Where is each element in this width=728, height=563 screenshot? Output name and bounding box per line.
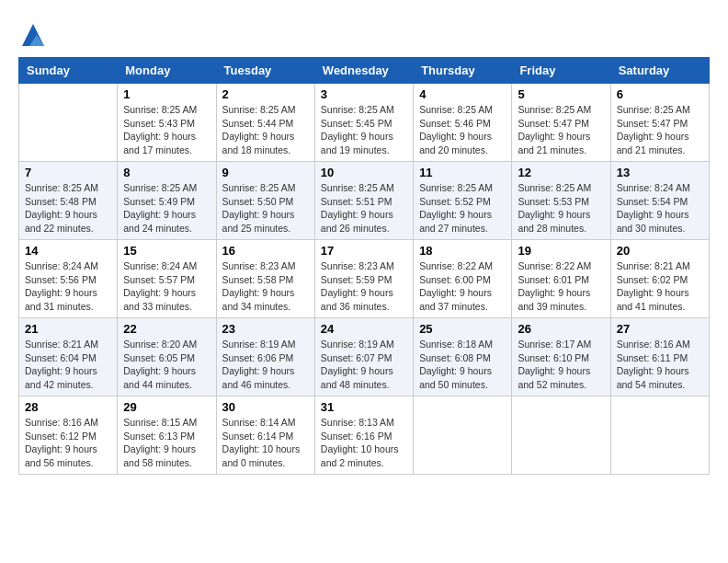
day-number: 28	[25, 400, 111, 414]
calendar-cell: 17Sunrise: 8:23 AM Sunset: 5:59 PM Dayli…	[314, 240, 413, 318]
day-number: 16	[222, 244, 309, 258]
calendar-cell	[19, 84, 118, 162]
calendar-week-row: 1Sunrise: 8:25 AM Sunset: 5:43 PM Daylig…	[19, 84, 710, 162]
calendar-cell: 18Sunrise: 8:22 AM Sunset: 6:00 PM Dayli…	[414, 240, 512, 318]
calendar-cell: 25Sunrise: 8:18 AM Sunset: 6:08 PM Dayli…	[414, 318, 512, 396]
calendar-cell: 13Sunrise: 8:24 AM Sunset: 5:54 PM Dayli…	[610, 162, 709, 240]
calendar-cell: 11Sunrise: 8:25 AM Sunset: 5:52 PM Dayli…	[414, 162, 512, 240]
calendar-cell	[512, 396, 610, 475]
day-number: 19	[518, 244, 604, 258]
day-info: Sunrise: 8:24 AM Sunset: 5:57 PM Dayligh…	[123, 259, 210, 314]
calendar-cell: 9Sunrise: 8:25 AM Sunset: 5:50 PM Daylig…	[216, 162, 314, 240]
calendar-week-row: 7Sunrise: 8:25 AM Sunset: 5:48 PM Daylig…	[19, 162, 710, 240]
day-number: 5	[518, 87, 604, 101]
day-number: 15	[123, 244, 210, 258]
calendar-cell: 5Sunrise: 8:25 AM Sunset: 5:47 PM Daylig…	[512, 84, 610, 162]
day-info: Sunrise: 8:23 AM Sunset: 5:58 PM Dayligh…	[222, 259, 309, 314]
day-info: Sunrise: 8:19 AM Sunset: 6:07 PM Dayligh…	[321, 338, 407, 392]
day-info: Sunrise: 8:25 AM Sunset: 5:45 PM Dayligh…	[321, 103, 407, 157]
day-info: Sunrise: 8:21 AM Sunset: 6:02 PM Dayligh…	[617, 259, 703, 314]
day-number: 7	[25, 166, 111, 179]
day-number: 11	[419, 166, 506, 179]
day-info: Sunrise: 8:25 AM Sunset: 5:53 PM Dayligh…	[518, 181, 604, 236]
calendar-cell: 2Sunrise: 8:25 AM Sunset: 5:44 PM Daylig…	[216, 84, 314, 162]
weekday-header-monday: Monday	[118, 58, 216, 84]
weekday-header-sunday: Sunday	[19, 58, 118, 84]
calendar-cell	[414, 396, 512, 475]
day-info: Sunrise: 8:15 AM Sunset: 6:13 PM Dayligh…	[123, 416, 210, 470]
day-number: 4	[419, 87, 506, 101]
calendar-cell: 22Sunrise: 8:20 AM Sunset: 6:05 PM Dayli…	[118, 318, 216, 396]
calendar-cell: 20Sunrise: 8:21 AM Sunset: 6:02 PM Dayli…	[610, 240, 709, 318]
day-info: Sunrise: 8:24 AM Sunset: 5:56 PM Dayligh…	[25, 259, 111, 314]
day-info: Sunrise: 8:25 AM Sunset: 5:44 PM Dayligh…	[222, 103, 309, 157]
day-info: Sunrise: 8:25 AM Sunset: 5:47 PM Dayligh…	[617, 103, 703, 157]
day-number: 18	[419, 244, 506, 258]
day-info: Sunrise: 8:25 AM Sunset: 5:51 PM Dayligh…	[321, 181, 407, 236]
calendar-cell: 21Sunrise: 8:21 AM Sunset: 6:04 PM Dayli…	[19, 318, 118, 396]
day-number: 10	[321, 166, 407, 179]
day-info: Sunrise: 8:16 AM Sunset: 6:11 PM Dayligh…	[617, 338, 703, 392]
day-info: Sunrise: 8:14 AM Sunset: 6:14 PM Dayligh…	[222, 416, 309, 470]
day-number: 2	[222, 87, 309, 101]
day-number: 23	[222, 322, 309, 336]
calendar-cell: 8Sunrise: 8:25 AM Sunset: 5:49 PM Daylig…	[118, 162, 216, 240]
calendar-cell: 4Sunrise: 8:25 AM Sunset: 5:46 PM Daylig…	[414, 84, 512, 162]
day-number: 30	[222, 400, 309, 414]
day-info: Sunrise: 8:18 AM Sunset: 6:08 PM Dayligh…	[419, 338, 506, 392]
day-number: 26	[518, 322, 604, 336]
calendar-cell: 29Sunrise: 8:15 AM Sunset: 6:13 PM Dayli…	[118, 396, 216, 475]
calendar-cell: 7Sunrise: 8:25 AM Sunset: 5:48 PM Daylig…	[19, 162, 118, 240]
day-info: Sunrise: 8:17 AM Sunset: 6:10 PM Dayligh…	[518, 338, 604, 392]
day-info: Sunrise: 8:13 AM Sunset: 6:16 PM Dayligh…	[321, 416, 407, 470]
day-number: 14	[25, 244, 111, 258]
calendar-cell: 14Sunrise: 8:24 AM Sunset: 5:56 PM Dayli…	[19, 240, 118, 318]
day-number: 12	[518, 166, 604, 179]
calendar-header-row: SundayMondayTuesdayWednesdayThursdayFrid…	[19, 58, 710, 84]
calendar-cell: 23Sunrise: 8:19 AM Sunset: 6:06 PM Dayli…	[216, 318, 314, 396]
day-info: Sunrise: 8:25 AM Sunset: 5:49 PM Dayligh…	[123, 181, 210, 236]
day-info: Sunrise: 8:25 AM Sunset: 5:52 PM Dayligh…	[419, 181, 506, 236]
calendar-cell: 12Sunrise: 8:25 AM Sunset: 5:53 PM Dayli…	[512, 162, 610, 240]
day-number: 29	[123, 400, 210, 414]
weekday-header-friday: Friday	[512, 58, 610, 84]
calendar-table: SundayMondayTuesdayWednesdayThursdayFrid…	[18, 57, 710, 475]
day-number: 25	[419, 322, 506, 336]
logo-icon	[20, 22, 46, 48]
day-number: 1	[123, 87, 210, 101]
calendar-week-row: 14Sunrise: 8:24 AM Sunset: 5:56 PM Dayli…	[19, 240, 710, 318]
calendar-cell	[610, 396, 709, 475]
calendar-cell: 27Sunrise: 8:16 AM Sunset: 6:11 PM Dayli…	[610, 318, 709, 396]
calendar-cell: 30Sunrise: 8:14 AM Sunset: 6:14 PM Dayli…	[216, 396, 314, 475]
calendar-cell: 1Sunrise: 8:25 AM Sunset: 5:43 PM Daylig…	[118, 84, 216, 162]
calendar-cell: 24Sunrise: 8:19 AM Sunset: 6:07 PM Dayli…	[314, 318, 413, 396]
day-number: 17	[321, 244, 407, 258]
day-info: Sunrise: 8:25 AM Sunset: 5:47 PM Dayligh…	[518, 103, 604, 157]
day-number: 9	[222, 166, 309, 179]
day-number: 27	[617, 322, 703, 336]
weekday-header-saturday: Saturday	[610, 58, 709, 84]
calendar-cell: 10Sunrise: 8:25 AM Sunset: 5:51 PM Dayli…	[314, 162, 413, 240]
day-info: Sunrise: 8:24 AM Sunset: 5:54 PM Dayligh…	[617, 181, 703, 236]
weekday-header-tuesday: Tuesday	[216, 58, 314, 84]
calendar-cell: 6Sunrise: 8:25 AM Sunset: 5:47 PM Daylig…	[610, 84, 709, 162]
day-info: Sunrise: 8:25 AM Sunset: 5:50 PM Dayligh…	[222, 181, 309, 236]
day-info: Sunrise: 8:21 AM Sunset: 6:04 PM Dayligh…	[25, 338, 111, 392]
calendar-cell: 3Sunrise: 8:25 AM Sunset: 5:45 PM Daylig…	[314, 84, 413, 162]
weekday-header-thursday: Thursday	[414, 58, 512, 84]
calendar-cell: 15Sunrise: 8:24 AM Sunset: 5:57 PM Dayli…	[118, 240, 216, 318]
day-info: Sunrise: 8:25 AM Sunset: 5:43 PM Dayligh…	[123, 103, 210, 157]
weekday-header-wednesday: Wednesday	[314, 58, 413, 84]
day-number: 22	[123, 322, 210, 336]
page-header	[18, 18, 710, 48]
calendar-cell: 31Sunrise: 8:13 AM Sunset: 6:16 PM Dayli…	[314, 396, 413, 475]
calendar-cell: 28Sunrise: 8:16 AM Sunset: 6:12 PM Dayli…	[19, 396, 118, 475]
day-number: 6	[617, 87, 703, 101]
day-info: Sunrise: 8:20 AM Sunset: 6:05 PM Dayligh…	[123, 338, 210, 392]
logo	[18, 18, 46, 48]
day-info: Sunrise: 8:25 AM Sunset: 5:46 PM Dayligh…	[419, 103, 506, 157]
day-info: Sunrise: 8:22 AM Sunset: 6:01 PM Dayligh…	[518, 259, 604, 314]
day-number: 31	[321, 400, 407, 414]
day-number: 24	[321, 322, 407, 336]
day-number: 3	[321, 87, 407, 101]
